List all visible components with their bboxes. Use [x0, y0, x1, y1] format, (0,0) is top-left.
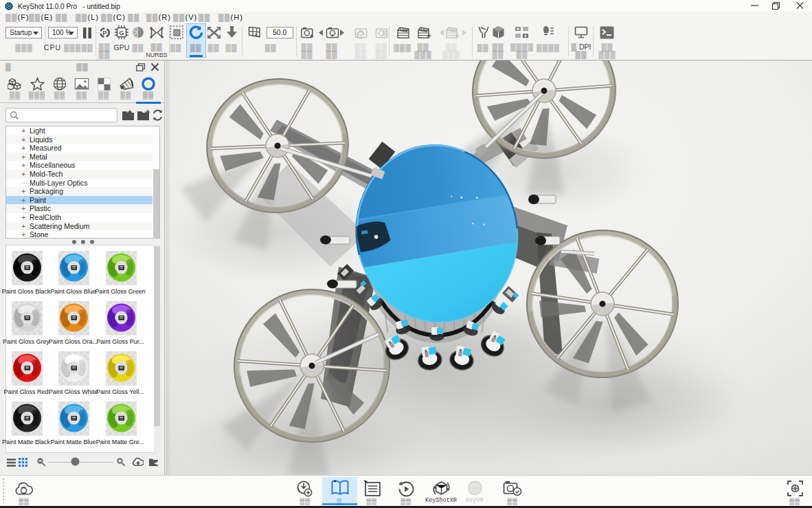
svg-text:P: P: [102, 29, 107, 36]
svg-text:G: G: [119, 30, 124, 36]
